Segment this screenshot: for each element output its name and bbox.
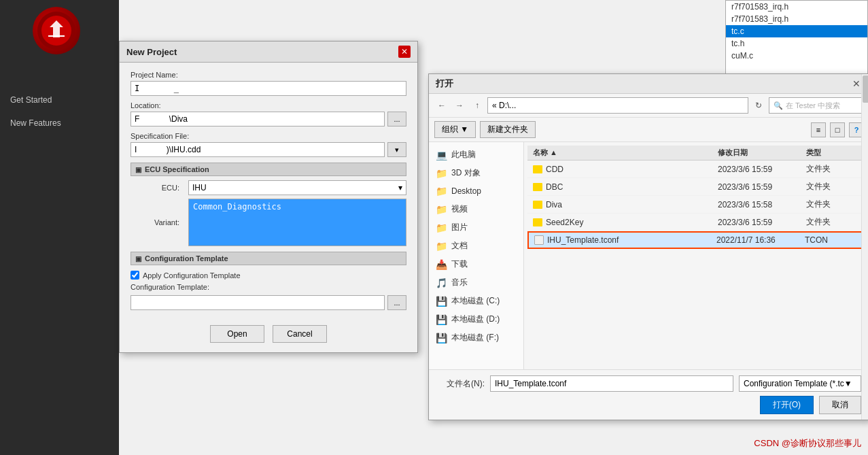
sidebar-music[interactable]: 🎵 音乐 bbox=[429, 273, 523, 292]
filetype-select[interactable]: Configuration Template (*.tc▼ bbox=[739, 375, 861, 392]
apply-config-checkbox[interactable] bbox=[131, 271, 139, 280]
dialog-footer: Open Cancel bbox=[120, 318, 417, 352]
file-name-cell: IHU_Template.tconf bbox=[534, 235, 716, 245]
folder-icon bbox=[533, 165, 542, 173]
folder-icon bbox=[533, 183, 542, 191]
sidebar-disk-d[interactable]: 💾 本地磁盘 (D:) bbox=[429, 310, 523, 328]
filename-label: 文件名(N): bbox=[437, 378, 485, 390]
file-dialog-sidebar: 💻 此电脑 📁 3D 对象 📁 Desktop 📁 视频 📁 图片 bbox=[429, 142, 524, 369]
sidebar-disk-f[interactable]: 💾 本地磁盘 (F:) bbox=[429, 328, 523, 347]
sidebar-nav: Get Started New Features bbox=[0, 88, 119, 135]
tconf-file-icon bbox=[534, 235, 544, 245]
project-name-label: Project Name: bbox=[131, 71, 406, 79]
location-input[interactable] bbox=[131, 112, 385, 127]
file-list-item[interactable]: r7f701583_irq.h bbox=[726, 1, 867, 13]
cancel-file-button[interactable]: 取消 bbox=[819, 396, 861, 414]
cancel-button[interactable]: Cancel bbox=[273, 325, 327, 343]
scrollbar-vertical[interactable] bbox=[861, 142, 868, 369]
config-template-input[interactable] bbox=[131, 295, 385, 310]
pc-icon: 💻 bbox=[436, 150, 447, 161]
sidebar-disk-c[interactable]: 💾 本地磁盘 (C:) bbox=[429, 292, 523, 310]
sidebar-desktop[interactable]: 📁 Desktop bbox=[429, 182, 523, 200]
sidebar-item-new-features[interactable]: New Features bbox=[0, 112, 119, 135]
folder-icon: 📁 bbox=[436, 168, 447, 179]
file-name-cell: Seed2Key bbox=[533, 218, 718, 227]
new-project-dialog: New Project ✕ Project Name: Location: ..… bbox=[119, 41, 418, 353]
sidebar-videos[interactable]: 📁 视频 bbox=[429, 200, 523, 218]
docs-folder-icon: 📁 bbox=[436, 241, 447, 252]
file-list-item[interactable]: tc.h bbox=[726, 37, 867, 50]
config-template-input-row: ... bbox=[131, 295, 406, 310]
sidebar-documents[interactable]: 📁 文档 bbox=[429, 237, 523, 255]
file-dialog-footer: 文件名(N): Configuration Template (*.tc▼ 打开… bbox=[429, 369, 868, 420]
config-template-label: Configuration Template: bbox=[131, 283, 406, 291]
config-template-browse-button[interactable]: ... bbox=[387, 295, 406, 310]
refresh-button[interactable]: ↻ bbox=[751, 98, 766, 113]
up-button[interactable]: ↑ bbox=[470, 98, 485, 113]
file-list-item-selected[interactable]: tc.c bbox=[726, 25, 867, 37]
forward-button[interactable]: → bbox=[452, 98, 467, 113]
file-open-dialog: 打开 ✕ ← → ↑ « D:\... ↻ 🔍 在 Tester 中搜索 组织 … bbox=[428, 73, 868, 420]
spec-file-label: Specification File: bbox=[131, 132, 406, 140]
view-grid-button[interactable]: □ bbox=[830, 122, 845, 137]
collapse-icon2: ▣ bbox=[135, 255, 141, 263]
search-icon: 🔍 bbox=[774, 101, 783, 110]
ecu-label: ECU: bbox=[131, 184, 185, 192]
open-file-button[interactable]: 打开(O) bbox=[760, 396, 814, 414]
file-dialog-main: 💻 此电脑 📁 3D 对象 📁 Desktop 📁 视频 📁 图片 bbox=[429, 142, 868, 369]
back-button[interactable]: ← bbox=[434, 98, 449, 113]
filename-input[interactable] bbox=[490, 375, 733, 392]
organize-button[interactable]: 组织 ▼ bbox=[434, 121, 476, 138]
app-sidebar: Get Started New Features bbox=[0, 0, 119, 455]
search-placeholder: 在 Tester 中搜索 bbox=[786, 101, 840, 111]
file-row-ihu-template[interactable]: IHU_Template.tconf 2022/11/7 16:36 TCON bbox=[527, 231, 866, 249]
apply-checkbox-row: Apply Configuration Template bbox=[131, 271, 406, 280]
new-project-titlebar: New Project ✕ bbox=[120, 41, 417, 63]
file-row-diva[interactable]: Diva 2023/3/6 15:58 文件夹 bbox=[527, 196, 866, 214]
location-row: Location: ... bbox=[131, 101, 406, 127]
sidebar-item-get-started[interactable]: Get Started bbox=[0, 88, 119, 112]
view-list-button[interactable]: ≡ bbox=[811, 122, 826, 137]
project-name-input[interactable] bbox=[131, 81, 406, 96]
file-row-cdd[interactable]: CDD 2023/3/6 15:59 文件夹 bbox=[527, 161, 866, 178]
file-dialog-actionbar: 组织 ▼ 新建文件夹 ≡ □ ? bbox=[429, 118, 868, 142]
pictures-folder-icon: 📁 bbox=[436, 222, 447, 233]
location-browse-button[interactable]: ... bbox=[387, 112, 406, 127]
sidebar-this-pc[interactable]: 💻 此电脑 bbox=[429, 146, 523, 164]
filename-row: 文件名(N): Configuration Template (*.tc▼ bbox=[437, 375, 861, 392]
new-folder-button[interactable]: 新建文件夹 bbox=[480, 121, 536, 138]
desktop-folder-icon: 📁 bbox=[436, 186, 447, 197]
spec-file-input[interactable] bbox=[131, 142, 385, 157]
csdn-watermark: CSDN @诊断协议那些事儿 bbox=[754, 437, 861, 450]
background-app: Get Started New Features r7f701583_irq.h… bbox=[0, 0, 868, 455]
search-box[interactable]: 🔍 在 Tester 中搜索 bbox=[769, 97, 864, 114]
file-name-cell: Diva bbox=[533, 200, 718, 209]
file-dialog-toolbar: ← → ↑ « D:\... ↻ 🔍 在 Tester 中搜索 bbox=[429, 94, 868, 118]
downloads-folder-icon: 📥 bbox=[436, 259, 447, 270]
dropdown-arrow-icon: ▾ bbox=[398, 183, 402, 192]
spec-file-browse-button[interactable]: ▾ bbox=[387, 142, 406, 157]
config-template-section-header: ▣ Configuration Template bbox=[131, 252, 406, 265]
file-row-seed2key[interactable]: Seed2Key 2023/3/6 15:59 文件夹 bbox=[527, 214, 866, 231]
col-date: 修改日期 bbox=[718, 148, 806, 158]
sidebar-pictures[interactable]: 📁 图片 bbox=[429, 218, 523, 237]
config-template-section-label: Configuration Template bbox=[145, 254, 228, 263]
open-button[interactable]: Open bbox=[210, 325, 264, 343]
file-list-item[interactable]: cuM.c bbox=[726, 50, 867, 62]
app-logo bbox=[33, 7, 80, 54]
file-list-item[interactable]: r7f701583_irq.h bbox=[726, 13, 867, 25]
ecu-dropdown[interactable]: IHU ▾ bbox=[188, 180, 406, 195]
file-row-dbc[interactable]: DBC 2023/3/6 15:59 文件夹 bbox=[527, 178, 866, 196]
dialog-body: Project Name: Location: ... Specificatio… bbox=[120, 63, 417, 318]
sidebar-3d[interactable]: 📁 3D 对象 bbox=[429, 164, 523, 182]
sidebar-downloads[interactable]: 📥 下载 bbox=[429, 255, 523, 273]
ecu-spec-section-header: ▣ ECU Specification bbox=[131, 163, 406, 176]
dialog-close-button[interactable]: ✕ bbox=[398, 46, 411, 58]
variant-box[interactable]: Common_Diagnostics bbox=[188, 199, 406, 246]
folder-icon bbox=[533, 201, 542, 209]
address-bar[interactable]: « D:\... bbox=[487, 97, 748, 114]
music-folder-icon: 🎵 bbox=[436, 277, 447, 288]
variant-label: Variant: bbox=[131, 218, 185, 226]
col-type: 类型 bbox=[806, 148, 861, 158]
project-name-row: Project Name: bbox=[131, 71, 406, 96]
